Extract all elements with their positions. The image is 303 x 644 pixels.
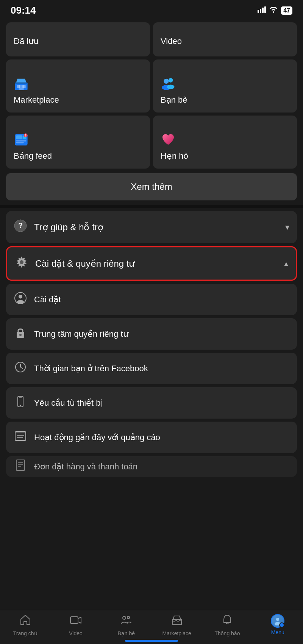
tile-marketplace[interactable]: Marketplace [6,59,150,113]
sub-settings-label: Cài đặt [34,295,61,305]
nav-video-label: Video [69,630,83,636]
nav-video[interactable]: Video [50,614,101,636]
tile-friends-label: Bạn bè [161,95,187,105]
help-support-row[interactable]: ? Trợ giúp & hỗ trợ ▾ [6,211,297,243]
tile-feed[interactable]: Bảng feed [6,116,150,169]
sub-item-settings[interactable]: Cài đặt [6,284,297,315]
svg-rect-17 [16,142,24,144]
tile-saved[interactable]: Đã lưu [6,22,150,56]
svg-point-34 [20,405,21,406]
svg-rect-40 [16,460,25,470]
bottom-nav: Trang chủ Video Bạn bè [0,610,303,644]
home-indicator [125,640,178,642]
svg-point-10 [169,78,173,83]
settings-chevron: ▴ [284,259,288,269]
menu-section: ? Trợ giúp & hỗ trợ ▾ Cài đặt & quyền ri… [0,211,303,477]
status-icons: 47 [258,6,292,15]
lock-icon [14,327,27,341]
sub-item-ads[interactable]: Hoạt động gần đây với quảng cáo [6,422,297,453]
home-nav-icon [19,614,31,629]
sub-time-label: Thời gian bạn ở trên Facebook [34,364,148,374]
see-more-button[interactable]: Xem thêm [6,173,297,200]
help-support-left: ? Trợ giúp & hỗ trợ [14,219,103,235]
feed-icon [14,132,29,147]
menu-avatar [271,614,284,628]
nav-home[interactable]: Trang chủ [0,614,50,636]
nav-notifications-label: Thông báo [215,630,240,636]
svg-rect-2 [262,8,264,13]
svg-point-18 [24,133,28,137]
sub-item-orders[interactable]: Đơn đặt hàng và thanh toán [6,456,297,477]
help-chevron: ▾ [285,222,289,232]
section-divider [0,205,303,208]
video-nav-icon [70,614,82,629]
svg-text:?: ? [18,221,23,230]
image-icon [14,430,27,445]
help-support-label: Trợ giúp & hỗ trợ [34,222,103,233]
nav-marketplace-label: Marketplace [162,630,191,636]
clock-icon [14,361,27,376]
bell-nav-icon [221,614,233,629]
sub-item-privacy[interactable]: Trung tâm quyền riêng tư [6,318,297,350]
tile-feed-label: Bảng feed [14,151,52,161]
svg-rect-0 [258,10,259,13]
svg-point-24 [20,260,23,264]
tile-dating-label: Hẹn hò [161,151,188,161]
svg-rect-1 [260,9,261,13]
nav-marketplace[interactable]: Marketplace [152,614,202,636]
settings-privacy-label: Cài đặt & quyền riêng tư [35,258,134,269]
settings-privacy-row[interactable]: Cài đặt & quyền riêng tư ▴ [6,246,297,281]
svg-point-12 [167,85,175,89]
dating-icon [161,132,176,147]
middle-tiles-row1: Marketplace Bạn bè [0,59,303,116]
menu-avatar-badge [279,622,284,628]
svg-rect-20 [25,136,26,137]
sub-item-device[interactable]: Yêu cầu từ thiết bị [6,387,297,419]
tile-marketplace-label: Marketplace [14,95,59,105]
svg-point-46 [127,616,130,619]
svg-rect-37 [15,431,26,433]
marketplace-icon [14,76,29,91]
tile-video-label: Video [161,36,182,46]
tile-dating[interactable]: Hẹn hò [153,116,297,169]
person-circle-icon [14,292,27,307]
svg-point-27 [17,300,24,304]
settings-icon [15,256,28,271]
svg-rect-3 [264,6,266,13]
settings-privacy-left: Cài đặt & quyền riêng tư [15,256,134,271]
sub-privacy-label: Trung tâm quyền riêng tư [34,329,128,339]
nav-friends[interactable]: Bạn bè [101,614,152,636]
help-icon: ? [14,219,27,235]
top-tiles: Đã lưu Video [0,19,303,59]
nav-menu[interactable]: Menu [253,614,303,635]
sub-ads-label: Hoạt động gần đây với quảng cáo [34,433,160,442]
svg-rect-8 [22,85,25,88]
svg-point-47 [276,618,279,621]
svg-point-26 [19,295,22,299]
friends-icon [161,76,176,91]
svg-point-45 [123,616,126,619]
status-bar: 09:14 47 [0,0,303,19]
battery-icon: 47 [281,6,292,15]
nav-menu-label: Menu [271,629,284,635]
sub-orders-label: Đơn đặt hàng và thanh toán [34,462,137,472]
status-time: 09:14 [11,5,36,16]
nav-friends-label: Bạn bè [118,630,135,636]
svg-point-9 [164,79,169,84]
tile-saved-label: Đã lưu [14,36,38,46]
phone-icon [14,395,27,410]
svg-rect-7 [17,85,20,88]
svg-rect-16 [16,141,27,142]
nav-notifications[interactable]: Thông báo [202,614,252,636]
svg-rect-5 [15,83,27,84]
tile-video[interactable]: Video [153,22,297,56]
nav-home-label: Trang chủ [13,630,37,636]
svg-line-32 [20,367,23,369]
sub-item-time[interactable]: Thời gian bạn ở trên Facebook [6,353,297,384]
receipt-icon [14,459,27,474]
middle-tiles-row2: Bảng feed Hẹn hò [0,116,303,172]
tile-friends[interactable]: Bạn bè [153,59,297,113]
marketplace-nav-icon [171,614,183,629]
svg-rect-14 [16,135,23,139]
svg-rect-44 [70,617,78,624]
